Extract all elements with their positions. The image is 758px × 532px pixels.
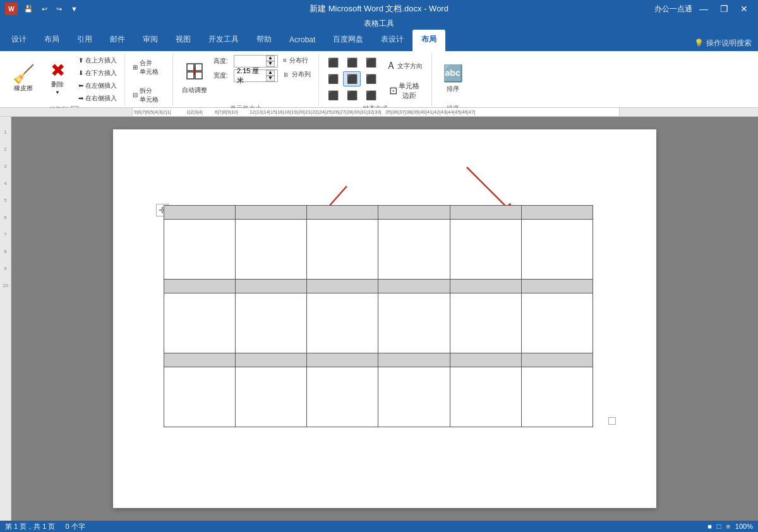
close-btn[interactable]: ✕ — [735, 0, 753, 18]
tab-acrobat[interactable]: Acrobat — [280, 30, 324, 51]
table-cell[interactable] — [378, 353, 450, 367]
tab-table-design[interactable]: 表设计 — [372, 30, 412, 51]
table-cell[interactable] — [450, 353, 521, 367]
tab-mail[interactable]: 邮件 — [101, 30, 134, 51]
table-cell[interactable] — [378, 280, 450, 293]
cell-margin-button[interactable]: ⊡ 单元格 边距 — [382, 80, 426, 102]
table-cell[interactable] — [521, 353, 593, 367]
tab-view[interactable]: 视图 — [167, 30, 200, 51]
table-cell[interactable] — [236, 353, 307, 367]
align-middle-left-btn[interactable]: ⬛ — [324, 71, 342, 86]
undo-btn[interactable]: ↩ — [39, 4, 50, 15]
table-cell[interactable] — [236, 206, 307, 220]
tab-layout-main[interactable]: 布局 — [35, 30, 68, 51]
table-cell[interactable] — [450, 206, 521, 220]
align-bottom-left-btn[interactable]: ⬛ — [324, 88, 342, 103]
table-cell[interactable] — [164, 353, 236, 367]
height-down-btn[interactable]: ▼ — [266, 61, 275, 67]
table-cell[interactable] — [164, 220, 236, 280]
width-value: 2.15 厘米 — [237, 66, 266, 85]
table-cell[interactable] — [521, 206, 593, 220]
eraser-button[interactable]: 🧹 橡皮擦 — [8, 55, 39, 103]
word-table[interactable] — [164, 205, 593, 427]
table-cell[interactable] — [307, 220, 378, 280]
split-cells-button[interactable]: ⊟ 拆分 单元格 — [130, 83, 167, 108]
table-cell[interactable] — [378, 220, 450, 280]
table-cell[interactable] — [164, 367, 236, 427]
tab-review[interactable]: 审阅 — [134, 30, 167, 51]
table-cell[interactable] — [521, 280, 593, 293]
table-cell[interactable] — [450, 280, 521, 293]
align-bottom-center-btn[interactable]: ⬛ — [343, 88, 361, 103]
table-cell[interactable] — [307, 293, 378, 353]
tab-design[interactable]: 设计 — [3, 30, 35, 51]
table-cell[interactable] — [378, 293, 450, 353]
table-cell[interactable] — [236, 367, 307, 427]
minimize-btn[interactable]: — — [695, 0, 713, 18]
table-cell[interactable] — [450, 220, 521, 280]
table-cell[interactable] — [236, 280, 307, 293]
table-cell[interactable] — [164, 206, 236, 220]
align-bottom-right-btn[interactable]: ⬛ — [362, 88, 380, 103]
distribute-group: ≡ 分布行 ⫼ 分布列 — [280, 55, 313, 80]
table-cell[interactable] — [521, 367, 593, 427]
insert-right-button[interactable]: ➡ 在右侧插入 — [76, 93, 119, 104]
merge-cells-button[interactable]: ⊞ 合并 单元格 — [130, 55, 167, 80]
table-cell[interactable] — [378, 367, 450, 427]
view-icon-web[interactable]: □ — [717, 523, 721, 530]
view-icon-print[interactable]: ■ — [707, 523, 712, 530]
sort-button[interactable]: 🔤 排序 — [437, 55, 469, 103]
table-resize-handle[interactable] — [608, 417, 616, 425]
distribute-row-icon: ≡ — [283, 57, 287, 64]
text-direction-button[interactable]: Ａ 文字方向 — [382, 55, 426, 78]
width-down-btn[interactable]: ▼ — [266, 76, 275, 81]
table-cell[interactable] — [307, 280, 378, 293]
tab-table-layout[interactable]: 布局 — [412, 30, 445, 51]
insert-above-button[interactable]: ⬆ 在上方插入 — [76, 55, 119, 66]
ribbon-search[interactable]: 💡 操作说明搜索 — [688, 35, 758, 51]
customize-quick-access-btn[interactable]: ▼ — [68, 4, 80, 14]
redo-btn[interactable]: ↪ — [54, 4, 64, 15]
auto-fit-icon — [186, 62, 203, 84]
document-area[interactable]: ✛ — [11, 117, 758, 521]
table-cell[interactable] — [450, 293, 521, 353]
insert-below-button[interactable]: ⬇ 在下方插入 — [76, 68, 119, 79]
insert-left-button[interactable]: ⬅ 在左侧插入 — [76, 80, 119, 92]
distribute-col-button[interactable]: ⫼ 分布列 — [280, 69, 313, 80]
height-input[interactable]: ▲ ▼ — [234, 55, 278, 68]
height-spinners[interactable]: ▲ ▼ — [266, 56, 275, 67]
table-cell[interactable] — [307, 353, 378, 367]
restore-btn[interactable]: ❐ — [715, 0, 733, 18]
save-quick-btn[interactable]: 💾 — [21, 4, 35, 15]
width-spinners[interactable]: ▲ ▼ — [266, 70, 275, 81]
window-title: 新建 Microsoft Word 文档.docx - Word — [310, 3, 448, 15]
align-top-center-btn[interactable]: ⬛ — [343, 55, 361, 70]
table-cell[interactable] — [307, 367, 378, 427]
table-cell[interactable] — [521, 220, 593, 280]
insert-below-icon: ⬇ — [78, 69, 83, 76]
table-cell[interactable] — [307, 206, 378, 220]
table-cell[interactable] — [236, 293, 307, 353]
tab-dev[interactable]: 开发工具 — [200, 30, 248, 51]
tab-baidu[interactable]: 百度网盘 — [324, 30, 372, 51]
align-top-right-btn[interactable]: ⬛ — [362, 55, 380, 70]
align-top-left-btn[interactable]: ⬛ — [324, 55, 342, 70]
ribbon-group-sort: 🔤 排序 排序 — [432, 54, 474, 106]
auto-fit-button[interactable]: 自动调整 — [178, 55, 211, 103]
distribute-row-button[interactable]: ≡ 分布行 — [280, 55, 313, 66]
tab-help[interactable]: 帮助 — [248, 30, 280, 51]
view-icon-outline[interactable]: ≡ — [726, 523, 730, 530]
delete-button[interactable]: ✖ 删除 ▼ — [42, 55, 73, 103]
table-cell[interactable] — [164, 280, 236, 293]
table-cell[interactable] — [450, 367, 521, 427]
table-cell[interactable] — [164, 293, 236, 353]
table-cell[interactable] — [378, 206, 450, 220]
table-cell[interactable] — [236, 220, 307, 280]
document-page: ✛ — [113, 129, 656, 508]
table-cell[interactable] — [521, 293, 593, 353]
width-input[interactable]: 2.15 厘米 ▲ ▼ — [234, 69, 278, 82]
align-middle-center-btn[interactable]: ⬛ — [343, 71, 361, 86]
tab-reference[interactable]: 引用 — [68, 30, 101, 51]
align-middle-right-btn[interactable]: ⬛ — [362, 71, 380, 86]
table-tools-bar: 表格工具 — [0, 18, 758, 30]
